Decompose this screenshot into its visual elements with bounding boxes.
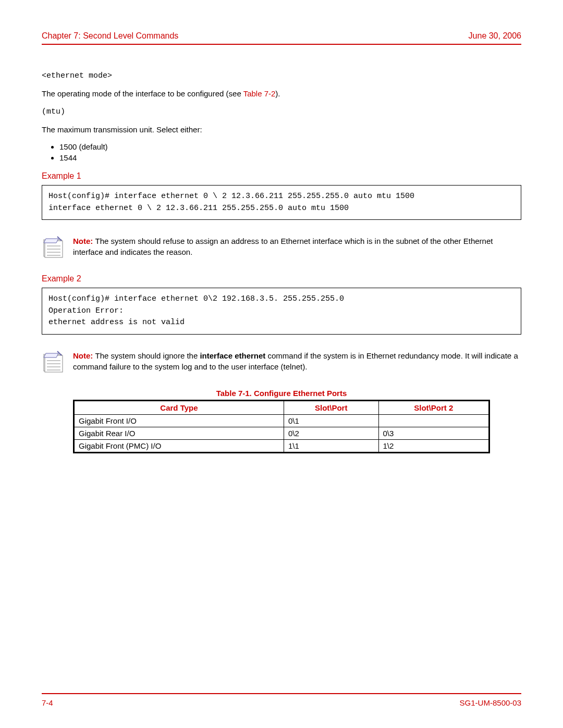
configure-ethernet-ports-table: Card Type Slot\Port Slot\Port 2 Gigabit …: [73, 400, 490, 453]
text: ).: [275, 89, 280, 98]
param-ethernet-mode-desc: The operating mode of the interface to b…: [42, 89, 521, 99]
col-slot-port-2: Slot\Port 2: [378, 400, 489, 414]
param-ethernet-mode-label: <ethernet mode>: [42, 71, 521, 81]
param-mtu-desc: The maximum transmission unit. Select ei…: [42, 125, 521, 135]
page-header: Chapter 7: Second Level Commands June 30…: [42, 31, 521, 45]
note-2: Note: The system should ignore the inter…: [42, 350, 521, 373]
cell: Gigabit Rear I/O: [74, 427, 284, 439]
cell: 1\1: [284, 439, 378, 452]
example-1-title: Example 1: [42, 171, 521, 181]
cell: Gigabit Front (PMC) I/O: [74, 439, 284, 452]
table-row: Gigabit Front (PMC) I/O 1\1 1\2: [74, 439, 489, 452]
cell: 0\2: [284, 427, 378, 439]
col-card-type: Card Type: [74, 400, 284, 414]
example-2-code: Host(config)# interface ethernet 0\2 192…: [42, 288, 521, 335]
text: The operating mode of the interface to b…: [42, 89, 243, 98]
table-row: Gigabit Rear I/O 0\2 0\3: [74, 427, 489, 439]
example-1-code: Host(config)# interface ethernet 0 \ 2 1…: [42, 185, 521, 220]
list-item: 1500 (default): [59, 142, 521, 151]
note-1-text: Note: The system should refuse to assign…: [73, 236, 521, 257]
document-id: SG1-UM-8500-03: [460, 698, 521, 707]
interface-ethernet-cmd: interface ethernet: [200, 351, 265, 360]
list-item: 1544: [59, 153, 521, 162]
text: The system should ignore the: [95, 351, 200, 360]
param-mtu-label: (mtu): [42, 107, 521, 117]
table-7-2-link[interactable]: Table 7-2: [243, 89, 276, 98]
cell: 1\2: [378, 439, 489, 452]
text: The system should refuse to assign an ad…: [73, 237, 493, 256]
notepad-icon: [42, 236, 65, 258]
page-number: 7-4: [42, 698, 53, 707]
header-date: June 30, 2006: [469, 31, 521, 41]
page-footer: 7-4 SG1-UM-8500-03: [42, 693, 521, 707]
example-2-title: Example 2: [42, 274, 521, 283]
cell: [378, 414, 489, 427]
table-row: Gigabit Front I/O 0\1: [74, 414, 489, 427]
note-2-text: Note: The system should ignore the inter…: [73, 350, 521, 372]
table-7-1-title: Table 7-1. Configure Ethernet Ports: [42, 389, 521, 398]
col-slot-port: Slot\Port: [284, 400, 378, 414]
mtu-options-list: 1500 (default) 1544: [59, 142, 521, 162]
cell: 0\3: [378, 427, 489, 439]
table-7-1-wrap: Card Type Slot\Port Slot\Port 2 Gigabit …: [73, 400, 490, 453]
chapter-title: Chapter 7: Second Level Commands: [42, 31, 178, 41]
page: Chapter 7: Second Level Commands June 30…: [0, 0, 563, 728]
notepad-icon: [42, 350, 65, 373]
cell: Gigabit Front I/O: [74, 414, 284, 427]
table-header-row: Card Type Slot\Port Slot\Port 2: [74, 400, 489, 414]
cell: 0\1: [284, 414, 378, 427]
note-1: Note: The system should refuse to assign…: [42, 236, 521, 258]
note-label: Note:: [73, 351, 95, 360]
note-label: Note:: [73, 237, 95, 245]
